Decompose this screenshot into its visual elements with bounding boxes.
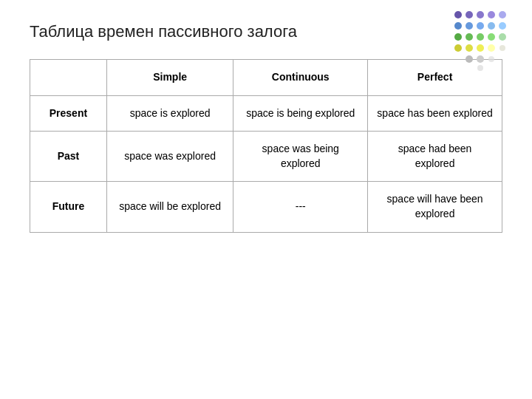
svg-point-10	[454, 33, 462, 41]
svg-point-19	[499, 45, 505, 51]
svg-point-0	[454, 11, 462, 18]
table-row: Future space will be explored --- space …	[30, 182, 502, 232]
cell-present-continuous: space is being explored	[233, 95, 368, 132]
cell-present-perfect: space has been explored	[368, 95, 502, 132]
row-label-present: Present	[30, 95, 107, 132]
svg-point-1	[466, 11, 473, 18]
svg-point-23	[477, 65, 483, 71]
svg-point-17	[477, 44, 484, 52]
svg-point-5	[454, 22, 462, 30]
svg-point-4	[499, 11, 506, 18]
table-row: Present space is explored space is being…	[30, 95, 502, 132]
cell-past-simple: space was explored	[106, 132, 233, 182]
svg-point-2	[477, 11, 484, 18]
header-simple: Simple	[106, 60, 233, 96]
svg-point-18	[488, 44, 495, 52]
svg-point-15	[454, 44, 462, 52]
svg-point-21	[477, 55, 484, 63]
svg-point-12	[477, 33, 484, 41]
svg-point-22	[488, 56, 494, 62]
cell-present-simple: space is explored	[106, 95, 233, 132]
table-row: Past space was explored space was being …	[30, 132, 502, 182]
cell-future-simple: space will be explored	[106, 182, 233, 232]
svg-point-3	[488, 11, 495, 18]
svg-point-9	[499, 22, 506, 30]
cell-future-perfect: space will have been explored	[368, 182, 502, 232]
svg-point-20	[466, 55, 473, 63]
cell-past-continuous: space was being explored	[233, 132, 368, 182]
svg-point-13	[488, 33, 495, 41]
dot-grid-decoration	[451, 7, 517, 74]
cell-past-perfect: space had been explored	[368, 132, 502, 182]
row-label-past: Past	[30, 132, 107, 182]
passive-tense-table: Simple Continuous Perfect Present space …	[30, 59, 502, 233]
svg-point-14	[499, 33, 506, 41]
svg-point-8	[488, 22, 495, 30]
svg-point-7	[477, 22, 484, 30]
header-empty	[30, 60, 107, 96]
header-continuous: Continuous	[233, 60, 368, 96]
svg-point-16	[466, 44, 473, 52]
row-label-future: Future	[30, 182, 107, 232]
cell-future-continuous: ---	[233, 182, 368, 232]
svg-point-6	[466, 22, 473, 30]
svg-point-11	[466, 33, 473, 41]
page-wrapper: Таблица времен пассивного залога Simple …	[0, 0, 532, 399]
page-title: Таблица времен пассивного залога	[30, 22, 502, 41]
